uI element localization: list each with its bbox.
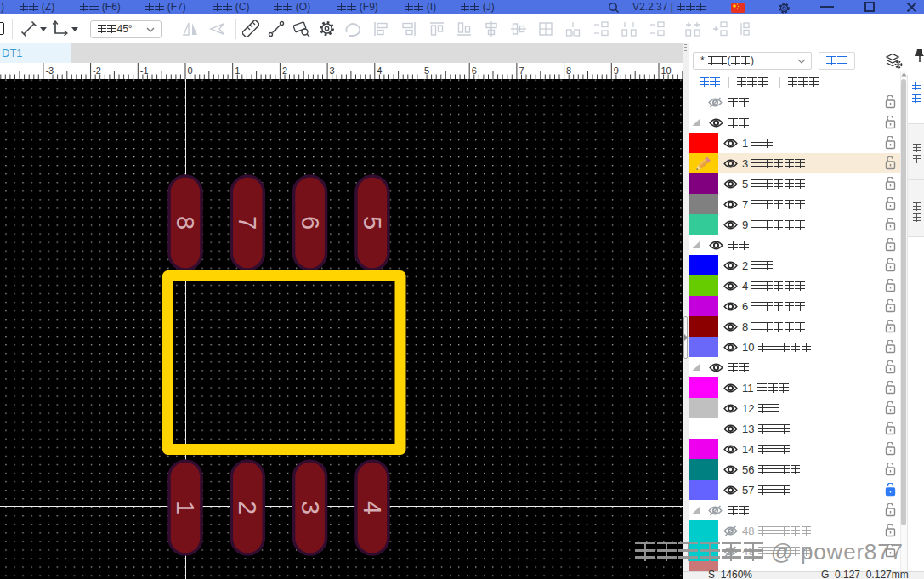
svg-text:3: 3 bbox=[297, 501, 324, 514]
svg-text:6: 6 bbox=[297, 216, 324, 230]
svg-text:2: 2 bbox=[234, 501, 261, 514]
svg-text:1: 1 bbox=[235, 65, 240, 76]
svg-text:7: 7 bbox=[234, 216, 261, 230]
svg-text:8: 8 bbox=[566, 65, 571, 76]
svg-text:5: 5 bbox=[359, 216, 386, 230]
svg-text:10: 10 bbox=[661, 65, 672, 76]
svg-text:5: 5 bbox=[424, 65, 429, 76]
svg-text:-3: -3 bbox=[45, 65, 54, 76]
svg-text:3: 3 bbox=[330, 65, 335, 76]
svg-text:-2: -2 bbox=[93, 65, 101, 76]
svg-text:6: 6 bbox=[472, 65, 477, 76]
svg-text:8: 8 bbox=[172, 216, 199, 230]
svg-text:0: 0 bbox=[188, 65, 193, 76]
svg-text:-1: -1 bbox=[140, 65, 149, 76]
svg-text:4: 4 bbox=[359, 501, 386, 514]
svg-text:9: 9 bbox=[614, 65, 619, 76]
svg-text:2: 2 bbox=[282, 65, 287, 76]
svg-text:1: 1 bbox=[172, 501, 199, 514]
svg-text:7: 7 bbox=[519, 65, 524, 76]
svg-text:4: 4 bbox=[377, 65, 382, 76]
